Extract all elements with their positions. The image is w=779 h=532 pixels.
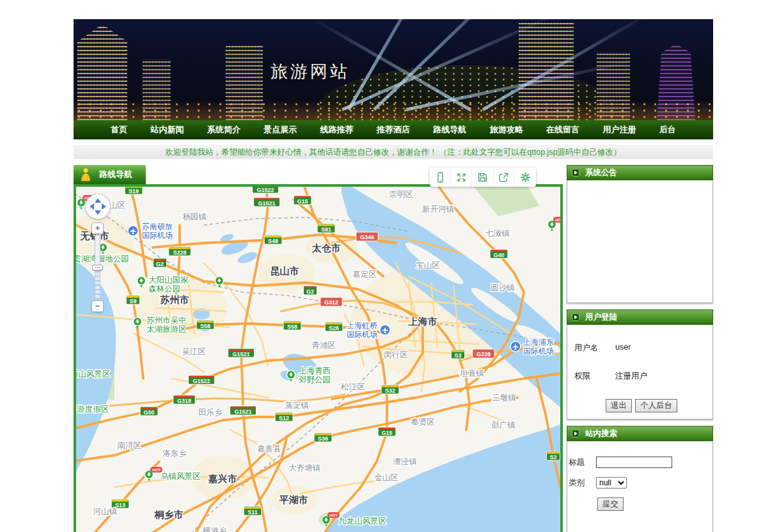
search-category-select[interactable]: null (596, 477, 627, 489)
search-submit-button[interactable]: 提交 (597, 497, 624, 511)
search-keyword-input[interactable] (596, 457, 672, 468)
svg-text:G318: G318 (177, 398, 191, 404)
panel-user-login: 用户登陆 用户名 user 权限 注册用户 退出 个人后台 (567, 309, 713, 419)
svg-text:乌镇风景区: 乌镇风景区 (161, 472, 201, 481)
pan-right-arrow-icon[interactable] (102, 203, 106, 210)
svg-text:S26: S26 (329, 325, 339, 331)
mobile-preview-button[interactable] (430, 168, 451, 187)
nav-item-8[interactable]: 旅游攻略 (490, 124, 523, 136)
search-keyword-label: 标题 (569, 457, 596, 468)
svg-text:南浔区: 南浔区 (117, 441, 141, 450)
svg-text:S228: S228 (173, 249, 186, 256)
svg-text:G2: G2 (156, 261, 164, 267)
svg-text:新开河镇: 新开河镇 (422, 205, 455, 214)
map-column: 路线导航 G1522G1521G15G40G2G2G1521G1522G318G… (74, 165, 563, 532)
username-label: 用户名 (574, 343, 615, 354)
arrow-bullet-icon (572, 430, 579, 437)
nav-item-11[interactable]: 后台 (659, 124, 676, 136)
arrow-bullet-icon (572, 169, 579, 176)
pan-down-arrow-icon[interactable] (95, 210, 101, 215)
zoom-in-button[interactable]: + (91, 223, 104, 234)
svg-text:国际机场: 国际机场 (142, 231, 173, 240)
svg-text:G1521: G1521 (232, 351, 249, 357)
svg-text:G50: G50 (143, 409, 154, 416)
panel-system-announcement: 系统公告 (567, 165, 713, 303)
svg-text:S3: S3 (454, 352, 461, 359)
nav-item-5[interactable]: 线路推荐 (320, 124, 354, 136)
fullscreen-button[interactable] (451, 168, 472, 187)
personal-admin-button[interactable]: 个人后台 (635, 399, 677, 412)
svg-text:国际机场: 国际机场 (523, 347, 554, 356)
svg-text:九龙山风景区: 九龙山风景区 (338, 517, 387, 526)
panel-site-search: 站内搜索 标题 类别 null 提交 (567, 426, 713, 532)
svg-text:嘉善县: 嘉善县 (257, 444, 281, 453)
search-header: 站内搜索 (567, 426, 713, 441)
svg-text:嘉定区: 嘉定区 (352, 270, 377, 279)
svg-text:平湖市: 平湖市 (279, 494, 308, 505)
svg-text:漕泾镇: 漕泾镇 (393, 457, 417, 466)
svg-text:国际机场: 国际机场 (347, 330, 377, 339)
svg-text:上海浦东: 上海浦东 (523, 338, 554, 347)
save-icon (476, 171, 489, 184)
site-banner: 旅游网站 (74, 19, 713, 120)
nav-item-9[interactable]: 在线留言 (546, 124, 579, 136)
svg-text:蒸淀镇: 蒸淀镇 (285, 401, 309, 410)
svg-text:三墩镇: 三墩镇 (492, 393, 516, 402)
nav-item-7[interactable]: 路线导航 (433, 124, 466, 136)
svg-text:HOT: HOT (152, 468, 161, 472)
svg-text:S58: S58 (287, 324, 297, 330)
search-category-label: 类别 (569, 478, 596, 489)
svg-text:HOT: HOT (329, 513, 338, 517)
nav-item-6[interactable]: 推荐酒店 (377, 124, 410, 136)
map-pan-compass[interactable] (85, 194, 111, 219)
map-tab-row: 路线导航 (74, 165, 563, 184)
zoom-out-button[interactable]: − (91, 301, 104, 312)
site-title: 旅游网站 (271, 60, 350, 83)
pan-up-arrow-icon[interactable] (95, 198, 101, 203)
nav-item-1[interactable]: 首页 (111, 124, 127, 136)
login-header: 用户登陆 (567, 309, 713, 325)
nav-item-3[interactable]: 系统简介 (207, 124, 240, 136)
zoom-slider-ticks (95, 269, 100, 299)
tab-route-navigation[interactable]: 路线导航 (74, 165, 146, 184)
svg-text:太湖旅游区: 太湖旅游区 (146, 325, 187, 334)
svg-text:崇明区: 崇明区 (389, 190, 413, 199)
announcement-title: 系统公告 (585, 168, 617, 178)
svg-text:G346: G346 (360, 234, 374, 240)
search-body: 标题 类别 null 提交 (567, 441, 713, 532)
login-body: 用户名 user 权限 注册用户 退出 个人后台 (567, 325, 713, 419)
svg-text:杨园镇: 杨园镇 (182, 212, 207, 221)
nav-item-10[interactable]: 用户注册 (602, 124, 636, 136)
svg-text:河山镇: 河山镇 (93, 507, 117, 516)
svg-text:HOT: HOT (555, 218, 560, 222)
svg-text:坦直镇: 坦直镇 (459, 369, 484, 378)
save-button[interactable] (472, 168, 493, 187)
svg-text:田乐乡: 田乐乡 (198, 408, 223, 417)
svg-text:G1522: G1522 (193, 378, 210, 384)
right-sidebar: 系统公告 用户登陆 用户名 user 权限 注册用户 (567, 165, 713, 532)
share-button[interactable] (494, 168, 515, 187)
route-map[interactable]: G1522G1521G15G40G2G2G1521G1522G318G1521G… (76, 187, 560, 532)
svg-text:G15: G15 (381, 430, 392, 436)
role-label: 权限 (574, 371, 615, 382)
announcement-header: 系统公告 (567, 165, 713, 180)
settings-button[interactable] (515, 168, 536, 187)
svg-text:青浦区: 青浦区 (311, 341, 336, 350)
svg-text:S48: S48 (268, 238, 278, 244)
nav-item-2[interactable]: 站内新闻 (151, 124, 184, 136)
svg-text:G40: G40 (493, 252, 504, 258)
svg-text:S11: S11 (248, 509, 258, 515)
person-icon (79, 168, 92, 182)
map-panel[interactable]: G1522G1521G15G40G2G2G1521G1522G318G1521G… (74, 184, 563, 532)
city-lights-glow (74, 101, 713, 120)
share-icon (498, 171, 510, 184)
logout-button[interactable]: 退出 (606, 399, 632, 412)
svg-text:苏州市: 苏州市 (160, 294, 189, 305)
pan-left-arrow-icon[interactable] (90, 203, 94, 210)
svg-text:森林公园: 森林公园 (148, 285, 180, 293)
zoom-slider-handle[interactable] (92, 265, 103, 270)
svg-text:S36: S36 (318, 435, 328, 442)
svg-text:上海青西: 上海青西 (299, 366, 331, 375)
nav-item-4[interactable]: 景点展示 (264, 124, 297, 136)
zoom-slider-track[interactable] (95, 235, 100, 300)
